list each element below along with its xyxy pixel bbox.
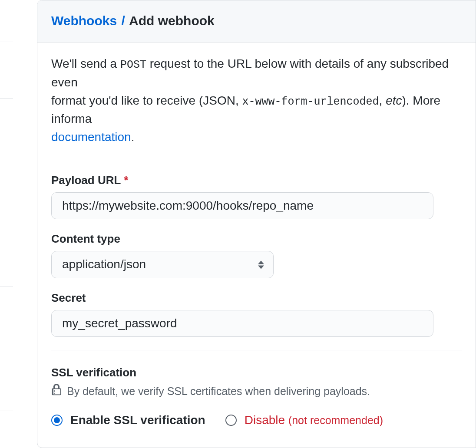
documentation-link[interactable]: documentation <box>51 130 131 144</box>
payload-url-input[interactable] <box>51 192 433 219</box>
radio-checked-icon <box>51 415 63 426</box>
breadcrumb-webhooks-link[interactable]: Webhooks <box>51 13 117 28</box>
ssl-verification-title: SSL verification <box>51 366 462 379</box>
panel-body: We'll send a POST request to the URL bel… <box>37 43 476 427</box>
payload-url-label: Payload URL * <box>51 174 462 187</box>
secret-group: Secret <box>51 291 462 337</box>
radio-unchecked-icon <box>225 415 237 426</box>
divider <box>51 350 462 350</box>
content-type-label: Content type <box>51 232 462 246</box>
lock-icon <box>51 384 62 399</box>
breadcrumb-current: Add webhook <box>129 13 215 28</box>
webhook-settings-panel: Webhooks / Add webhook We'll send a POST… <box>37 0 476 448</box>
breadcrumb: Webhooks / Add webhook <box>51 13 462 28</box>
ssl-disable-label: Disable <box>245 413 285 427</box>
required-indicator: * <box>124 174 128 187</box>
secret-label: Secret <box>51 291 462 305</box>
ssl-disable-option[interactable]: Disable (not recommended) <box>225 413 383 427</box>
intro-text: We'll send a POST request to the URL bel… <box>51 55 462 157</box>
ssl-disable-note: (not recommended) <box>288 414 383 426</box>
ssl-enable-label: Enable SSL verification <box>70 413 205 427</box>
content-type-group: Content type application/json <box>51 232 462 278</box>
secret-input[interactable] <box>51 310 433 337</box>
panel-header: Webhooks / Add webhook <box>37 0 476 43</box>
payload-url-group: Payload URL * <box>51 174 462 219</box>
sidebar-fragment <box>0 0 13 448</box>
content-type-select[interactable]: application/json <box>51 251 274 278</box>
breadcrumb-separator: / <box>121 13 125 28</box>
ssl-radio-group: Enable SSL verification Disable (not rec… <box>51 413 462 427</box>
ssl-verification-note: By default, we verify SSL certificates w… <box>51 384 462 399</box>
ssl-enable-option[interactable]: Enable SSL verification <box>51 413 205 427</box>
